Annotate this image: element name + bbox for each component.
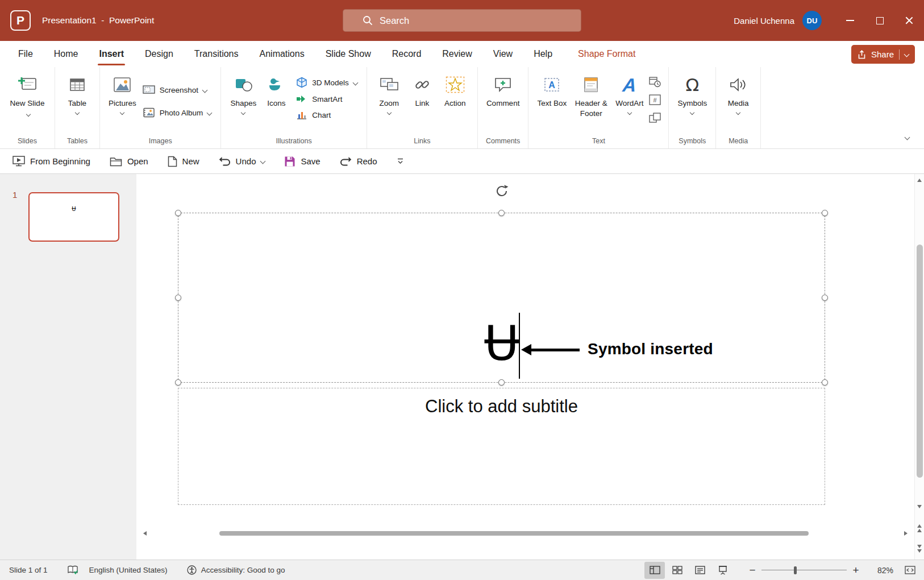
minimize-button[interactable]	[835, 0, 865, 41]
zoom-in-button[interactable]: +	[849, 564, 863, 577]
vertical-scrollbar-thumb[interactable]	[917, 245, 923, 478]
tab-review[interactable]: Review	[441, 41, 473, 67]
screenshot-button[interactable]: Screenshot	[139, 78, 215, 101]
resize-handle-middle-right[interactable]	[822, 295, 828, 301]
from-beginning-button[interactable]: From Beginning	[13, 156, 90, 167]
fit-slide-to-window-button[interactable]	[901, 562, 918, 579]
slide-thumbnail[interactable]: Ʉ	[28, 192, 119, 242]
group-label-tables: Tables	[55, 137, 99, 145]
normal-view-button[interactable]	[644, 562, 665, 579]
save-button[interactable]: Save	[284, 156, 320, 167]
redo-label: Redo	[357, 156, 377, 166]
svg-text:A: A	[549, 80, 556, 90]
user-name[interactable]: Daniel Uchenna	[734, 16, 794, 26]
slide-number-button[interactable]: #	[647, 92, 663, 107]
undo-label: Undo	[236, 156, 256, 166]
tab-help[interactable]: Help	[532, 41, 553, 67]
action-button[interactable]: Action	[439, 69, 472, 110]
collapse-ribbon-button[interactable]	[905, 131, 909, 142]
new-slide-button[interactable]: New Slide	[6, 69, 49, 119]
new-label: New	[182, 156, 199, 166]
scroll-down-arrow[interactable]	[915, 502, 924, 512]
zoom-out-button[interactable]: −	[746, 564, 759, 577]
chevron-down-icon[interactable]	[904, 52, 910, 57]
zoom-slider[interactable]	[761, 562, 847, 578]
smartart-button[interactable]: SmartArt	[293, 91, 361, 107]
vertical-scrollbar[interactable]	[914, 174, 924, 560]
open-button[interactable]: Open	[110, 156, 148, 167]
scroll-up-arrow[interactable]	[915, 175, 924, 185]
scroll-left-arrow[interactable]	[141, 529, 149, 537]
resize-handle-top-right[interactable]	[822, 210, 828, 216]
header-footer-button[interactable]: Header & Footer	[569, 69, 613, 119]
header-footer-icon	[582, 73, 600, 97]
new-button[interactable]: New	[168, 156, 199, 167]
slide-thumbnail-panel: 1 Ʉ	[0, 174, 136, 560]
resize-handle-bottom-left[interactable]	[175, 379, 181, 386]
horizontal-scrollbar-thumb[interactable]	[219, 531, 809, 536]
chart-button[interactable]: Chart	[293, 107, 361, 123]
chevron-down-icon[interactable]	[260, 159, 266, 164]
maximize-button[interactable]	[865, 0, 894, 41]
shapes-icon	[234, 73, 253, 97]
resize-handle-top-middle[interactable]	[498, 210, 505, 216]
zoom-button[interactable]: Zoom	[373, 69, 406, 115]
quick-access-toolbar: From Beginning Open New Undo	[0, 149, 924, 174]
comment-label: Comment	[486, 99, 520, 107]
resize-handle-top-left[interactable]	[175, 210, 181, 216]
resize-handle-bottom-right[interactable]	[822, 379, 828, 386]
shapes-button[interactable]: Shapes	[227, 69, 260, 115]
text-box-button[interactable]: A Text Box	[534, 69, 569, 110]
comment-button[interactable]: Comment	[484, 69, 523, 110]
horizontal-scrollbar[interactable]	[140, 528, 911, 538]
tab-insert[interactable]: Insert	[98, 41, 125, 67]
accessibility-button[interactable]: Accessibility: Good to go	[187, 565, 285, 575]
date-time-button[interactable]	[647, 74, 663, 89]
resize-handle-bottom-middle[interactable]	[498, 379, 505, 386]
pictures-button[interactable]: Pictures	[106, 69, 139, 115]
slide-canvas[interactable]: Ʉ Symbol inserted Click to add subtitle	[136, 174, 914, 560]
scroll-right-arrow[interactable]	[902, 529, 910, 537]
qat-overflow-button[interactable]	[397, 158, 404, 165]
object-button[interactable]	[647, 110, 663, 126]
wordart-button[interactable]: A WordArt	[613, 69, 646, 115]
reading-view-button[interactable]	[690, 562, 710, 579]
tab-design[interactable]: Design	[144, 41, 174, 67]
close-button[interactable]	[894, 0, 924, 41]
3d-models-button[interactable]: 3D Models	[293, 74, 361, 91]
table-button[interactable]: Table	[61, 69, 94, 115]
spellcheck-button[interactable]	[67, 565, 79, 575]
icons-button[interactable]: Icons	[260, 69, 293, 110]
tab-home[interactable]: Home	[53, 41, 80, 67]
language-button[interactable]: English (United States)	[89, 566, 168, 574]
tab-record[interactable]: Record	[391, 41, 423, 67]
link-label: Link	[415, 99, 429, 107]
zoom-percentage[interactable]: 82%	[868, 566, 893, 575]
slide-thumbnail-number: 1	[13, 190, 17, 200]
avatar[interactable]: DU	[802, 11, 822, 30]
tab-view[interactable]: View	[492, 41, 514, 67]
symbols-button[interactable]: Ω Symbols	[675, 69, 710, 115]
slide-sorter-view-button[interactable]	[667, 562, 688, 579]
tab-slide-show[interactable]: Slide Show	[324, 41, 372, 67]
rotate-handle-icon[interactable]	[494, 184, 509, 201]
zoom-slider-handle[interactable]	[794, 566, 797, 574]
redo-button[interactable]: Redo	[340, 156, 377, 167]
tab-file[interactable]: File	[17, 41, 34, 67]
media-button[interactable]: Media	[722, 69, 755, 115]
previous-slide-button[interactable]	[915, 523, 924, 533]
ribbon-group-symbols: Ω Symbols Symbols	[669, 67, 716, 148]
subtitle-placeholder[interactable]: Click to add subtitle	[178, 388, 825, 505]
slideshow-view-button[interactable]	[713, 562, 733, 579]
tab-animations[interactable]: Animations	[259, 41, 306, 67]
search-input[interactable]: Search	[343, 9, 581, 32]
undo-button[interactable]: Undo	[219, 156, 265, 167]
photo-album-button[interactable]: Photo Album	[139, 101, 215, 124]
tab-transitions[interactable]: Transitions	[193, 41, 240, 67]
next-slide-button[interactable]	[915, 544, 924, 554]
link-button[interactable]: Link	[406, 69, 439, 110]
group-label-text: Text	[528, 137, 668, 145]
tab-shape-format[interactable]: Shape Format	[577, 41, 636, 67]
resize-handle-middle-left[interactable]	[175, 295, 181, 301]
share-button[interactable]: Share	[851, 45, 915, 64]
